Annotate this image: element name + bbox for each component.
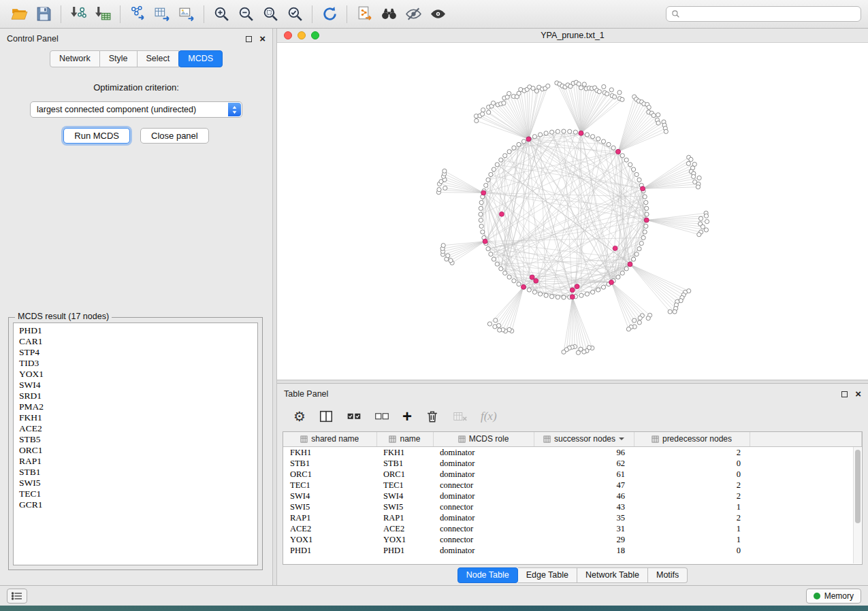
- minimize-window-button[interactable]: [298, 31, 306, 39]
- table-cell[interactable]: 61: [534, 469, 634, 480]
- mcds-result-item[interactable]: TID3: [14, 358, 257, 369]
- table-cell[interactable]: ACE2: [283, 523, 376, 534]
- table-cell[interactable]: ORC1: [283, 469, 376, 480]
- table-cell[interactable]: 46: [534, 491, 634, 501]
- table-row[interactable]: RAP1RAP1dominator352: [283, 512, 862, 523]
- network-canvas-area[interactable]: [277, 43, 868, 380]
- optimization-criterion-select[interactable]: largest connected component (undirected): [30, 101, 242, 118]
- table-cell[interactable]: RAP1: [283, 512, 376, 523]
- delete-table-button[interactable]: [453, 409, 468, 424]
- tab-select[interactable]: Select: [138, 50, 180, 67]
- column-header-shared-name[interactable]: shared name: [283, 432, 376, 446]
- mcds-result-item[interactable]: TEC1: [14, 489, 257, 499]
- table-cell[interactable]: connector: [433, 480, 534, 491]
- table-cell[interactable]: dominator: [433, 458, 534, 469]
- column-header-name[interactable]: name: [376, 432, 433, 446]
- mcds-result-item[interactable]: ORC1: [14, 445, 257, 456]
- zoom-in-button[interactable]: [209, 3, 234, 25]
- mcds-result-item[interactable]: STB1: [14, 467, 257, 478]
- tab-network-table[interactable]: Network Table: [577, 567, 648, 583]
- vertical-splitter[interactable]: [272, 29, 277, 585]
- table-row[interactable]: STB1STB1dominator620: [283, 458, 862, 469]
- mcds-result-item[interactable]: ACE2: [14, 423, 257, 434]
- deselect-all-button[interactable]: [374, 409, 389, 424]
- collapse-left-icon[interactable]: [272, 306, 276, 310]
- float-table-panel-icon[interactable]: [841, 391, 848, 397]
- zoom-out-button[interactable]: [234, 3, 258, 25]
- table-cell[interactable]: PHD1: [376, 545, 433, 556]
- table-cell[interactable]: 62: [534, 458, 634, 469]
- table-cell[interactable]: connector: [433, 534, 534, 545]
- table-cell[interactable]: FKH1: [376, 446, 433, 458]
- zoom-window-button[interactable]: [311, 31, 319, 39]
- column-header-successor-nodes[interactable]: successor nodes: [534, 432, 634, 446]
- mcds-result-item[interactable]: YOX1: [14, 369, 257, 380]
- table-cell[interactable]: TEC1: [283, 480, 376, 491]
- table-row[interactable]: TEC1TEC1connector472: [283, 480, 862, 491]
- refresh-layout-button[interactable]: [317, 3, 342, 25]
- mcds-result-item[interactable]: STB5: [14, 434, 257, 445]
- function-builder-button[interactable]: f(x): [481, 410, 497, 423]
- table-row[interactable]: FKH1FKH1dominator962: [283, 446, 862, 458]
- table-row[interactable]: SWI4SWI4dominator462: [283, 491, 862, 501]
- tab-style[interactable]: Style: [100, 50, 138, 67]
- export-network-button[interactable]: [125, 3, 150, 25]
- tab-edge-table[interactable]: Edge Table: [518, 567, 577, 583]
- table-row[interactable]: ORC1ORC1dominator610: [283, 469, 862, 480]
- tab-node-table[interactable]: Node Table: [457, 567, 518, 583]
- table-row[interactable]: PHD1PHD1dominator180: [283, 545, 862, 556]
- network-graph[interactable]: [277, 43, 868, 380]
- table-cell[interactable]: 0: [634, 458, 750, 469]
- table-settings-button[interactable]: ⚙: [293, 410, 306, 423]
- share-document-button[interactable]: [352, 3, 376, 25]
- mcds-result-item[interactable]: GCR1: [14, 499, 257, 510]
- table-cell[interactable]: 43: [534, 501, 634, 512]
- table-cell[interactable]: RAP1: [376, 512, 433, 523]
- float-panel-icon[interactable]: [246, 36, 252, 42]
- mcds-result-item[interactable]: PHD1: [14, 325, 257, 336]
- table-cell[interactable]: 1: [634, 523, 750, 534]
- open-session-button[interactable]: [7, 3, 31, 25]
- table-cell[interactable]: 2: [634, 512, 750, 523]
- select-all-button[interactable]: [347, 409, 361, 424]
- mcds-result-item[interactable]: PMA2: [14, 401, 257, 412]
- mcds-result-item[interactable]: SWI5: [14, 478, 257, 489]
- mcds-result-item[interactable]: STP4: [14, 347, 257, 358]
- column-visibility-button[interactable]: [319, 409, 334, 424]
- table-cell[interactable]: 18: [534, 545, 634, 556]
- show-details-button[interactable]: [425, 3, 450, 25]
- column-header-mcds-role[interactable]: MCDS role: [433, 432, 534, 446]
- close-window-button[interactable]: [284, 31, 292, 39]
- table-cell[interactable]: 31: [534, 523, 634, 534]
- tab-motifs[interactable]: Motifs: [648, 567, 688, 583]
- table-cell[interactable]: TEC1: [376, 480, 433, 491]
- table-cell[interactable]: 2: [634, 446, 750, 458]
- table-cell[interactable]: dominator: [433, 545, 534, 556]
- zoom-fit-button[interactable]: [283, 3, 307, 25]
- table-cell[interactable]: SWI5: [376, 501, 433, 512]
- table-cell[interactable]: PHD1: [283, 545, 376, 556]
- add-column-button[interactable]: +: [402, 410, 412, 423]
- search-input[interactable]: [684, 10, 856, 19]
- table-row[interactable]: YOX1YOX1connector291: [283, 534, 862, 545]
- mcds-result-item[interactable]: CAR1: [14, 336, 257, 347]
- table-cell[interactable]: dominator: [433, 446, 534, 458]
- table-cell[interactable]: YOX1: [376, 534, 433, 545]
- table-cell[interactable]: dominator: [433, 491, 534, 501]
- table-cell[interactable]: 35: [534, 512, 634, 523]
- table-scrollbar[interactable]: [853, 447, 861, 563]
- hide-details-button[interactable]: [401, 3, 425, 25]
- table-cell[interactable]: FKH1: [283, 446, 376, 458]
- table-cell[interactable]: 96: [534, 446, 634, 458]
- table-cell[interactable]: connector: [433, 523, 534, 534]
- tab-network[interactable]: Network: [50, 50, 100, 67]
- table-cell[interactable]: ORC1: [376, 469, 433, 480]
- import-table-button[interactable]: [91, 3, 115, 25]
- mcds-result-item[interactable]: SRD1: [14, 391, 257, 401]
- mcds-result-item[interactable]: RAP1: [14, 456, 257, 467]
- mcds-result-item[interactable]: SWI4: [14, 380, 257, 391]
- mcds-result-item[interactable]: FKH1: [14, 412, 257, 423]
- table-cell[interactable]: STB1: [283, 458, 376, 469]
- zoom-selected-button[interactable]: [258, 3, 283, 25]
- close-panel-icon[interactable]: ×: [259, 35, 266, 42]
